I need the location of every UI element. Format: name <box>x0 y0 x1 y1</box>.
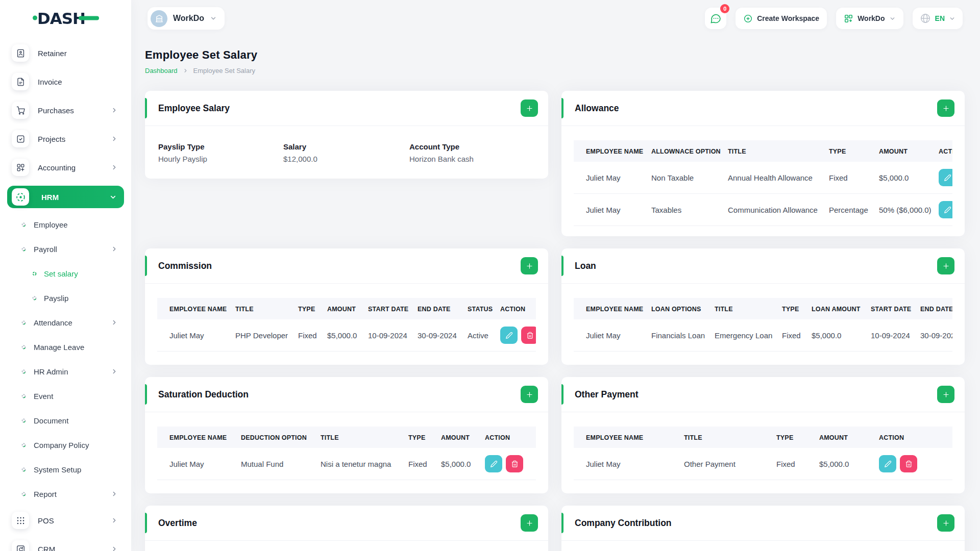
add-overtime-button[interactable] <box>521 514 538 532</box>
add-allowance-button[interactable] <box>937 99 954 117</box>
app-logo[interactable]: DASH <box>0 0 131 39</box>
sidebar-item-employee[interactable]: Employee <box>7 212 124 237</box>
bullet-icon <box>21 394 26 398</box>
bullet-icon <box>21 443 26 447</box>
card-title: Commission <box>158 261 212 271</box>
chat-icon <box>709 12 722 24</box>
table-row: Juliet MayOther PaymentFixed$5,000.0 <box>574 448 952 480</box>
table-cell: Mutual Fund <box>241 448 321 480</box>
sidebar-item-hrm[interactable]: HRM <box>7 186 124 208</box>
bullet-icon <box>21 222 26 227</box>
plus-icon <box>525 262 534 270</box>
table-cell: Non Taxable <box>651 162 728 194</box>
add-loan-button[interactable] <box>937 257 954 274</box>
edit-button[interactable] <box>879 455 896 472</box>
language-selector[interactable]: EN <box>913 8 963 29</box>
chevron-right-icon <box>111 319 118 326</box>
employee-salary-card: Employee Salary Payslip Type Hourly Pays… <box>145 91 548 179</box>
add-commission-button[interactable] <box>521 257 538 274</box>
salary-field: Salary $12,000.0 <box>283 142 409 163</box>
sidebar-item-manage-leave[interactable]: Manage Leave <box>7 335 124 359</box>
column-header: Employee Name <box>574 427 684 448</box>
edit-button[interactable] <box>939 201 952 218</box>
messages-badge: 0 <box>720 4 729 13</box>
delete-button[interactable] <box>521 327 536 344</box>
sidebar-item-report[interactable]: Report <box>7 482 124 506</box>
messages-button[interactable]: 0 <box>705 8 726 29</box>
sidebar-item-purchases[interactable]: Purchases <box>7 96 124 124</box>
workspace-menu-button[interactable]: WorkDo <box>836 8 903 29</box>
breadcrumb-dashboard-link[interactable]: Dashboard <box>145 67 178 74</box>
invoice-icon <box>12 73 29 90</box>
column-header: Employee Name <box>574 298 651 319</box>
retainer-icon <box>12 44 29 62</box>
actions-cell <box>879 448 952 480</box>
sidebar-item-crm[interactable]: CRM <box>7 535 124 551</box>
sidebar-item-pos[interactable]: POS <box>7 506 124 535</box>
add-employee-salary-button[interactable] <box>521 99 538 117</box>
sidebar-item-retainer[interactable]: Retainer <box>7 39 124 67</box>
page-title: Employee Set Salary <box>145 48 965 62</box>
breadcrumb: Dashboard Employee Set Salary <box>145 67 965 74</box>
sidebar-item-attendance[interactable]: Attendance <box>7 310 124 335</box>
column-header: Deduction Option <box>241 427 321 448</box>
chevron-right-icon <box>111 368 118 375</box>
card-title: Company Contribution <box>575 518 672 529</box>
sidebar-item-payroll[interactable]: Payroll <box>7 237 124 261</box>
table-cell: Juliet May <box>574 194 651 226</box>
sidebar-item-hr-admin[interactable]: HR Admin <box>7 359 124 384</box>
projects-icon <box>12 130 29 147</box>
column-header: Amount <box>879 140 939 162</box>
sidebar-item-accounting[interactable]: Accounting <box>7 153 124 182</box>
delete-button[interactable] <box>506 455 523 472</box>
table-header-row: Employee NameDeduction OptionTitleTypeAm… <box>157 427 536 448</box>
column-header: Allownace Option <box>651 140 728 162</box>
table-cell: Active <box>468 319 500 352</box>
bullet-icon <box>21 467 26 472</box>
edit-button[interactable] <box>500 327 518 344</box>
card-title: Employee Salary <box>158 103 230 114</box>
chevron-right-icon <box>111 545 118 551</box>
sidebar: DASH Retainer Invoice Purchases Projects… <box>0 0 131 551</box>
bullet-icon <box>21 418 26 423</box>
table-cell: Nisi a tenetur magna <box>321 448 408 480</box>
chevron-right-icon <box>111 164 118 171</box>
add-company-contribution-button[interactable] <box>937 514 954 532</box>
purchases-icon <box>12 102 29 119</box>
table-cell: $5,000.0 <box>819 448 879 480</box>
card-title: Overtime <box>158 518 197 529</box>
card-title: Other Payment <box>575 389 638 400</box>
edit-button[interactable] <box>939 169 952 186</box>
table-cell: $5,000.0 <box>441 448 485 480</box>
table-cell: Juliet May <box>157 319 235 352</box>
table-cell: $5,000.0 <box>327 319 368 352</box>
table-cell: Juliet May <box>574 319 651 352</box>
sidebar-item-company-policy[interactable]: Company Policy <box>7 433 124 457</box>
sidebar-item-invoice[interactable]: Invoice <box>7 67 124 96</box>
workspace-grid-icon <box>844 14 853 23</box>
sidebar-item-payslip[interactable]: Payslip <box>7 286 124 310</box>
table-cell: 30-09-2024 <box>920 319 952 352</box>
sidebar-item-set-salary[interactable]: Set salary <box>7 261 124 286</box>
sidebar-item-system-setup[interactable]: System Setup <box>7 457 124 482</box>
table-cell: 10-09-2024 <box>871 319 920 352</box>
delete-button[interactable] <box>900 455 917 472</box>
sidebar-item-projects[interactable]: Projects <box>7 124 124 153</box>
chevron-down-icon <box>109 193 117 201</box>
bullet-icon <box>21 369 26 374</box>
workspace-selector[interactable]: WorkDo <box>148 7 225 30</box>
bullet-icon <box>21 247 26 252</box>
sidebar-item-event[interactable]: Event <box>7 384 124 408</box>
create-workspace-button[interactable]: Create Workspace <box>736 8 827 29</box>
plus-icon <box>942 262 950 270</box>
add-other-payment-button[interactable] <box>937 386 954 403</box>
table-cell: Fixed <box>776 448 819 480</box>
overtime-card: Overtime <box>145 506 548 551</box>
workspace-selector-label: WorkDo <box>173 14 204 23</box>
salary-field: Payslip Type Hourly Payslip <box>158 142 283 163</box>
add-saturation-deduction-button[interactable] <box>521 386 538 403</box>
sidebar-item-document[interactable]: Document <box>7 408 124 433</box>
table-cell: Fixed <box>408 448 441 480</box>
edit-button[interactable] <box>485 455 502 472</box>
chevron-down-icon <box>210 15 217 22</box>
